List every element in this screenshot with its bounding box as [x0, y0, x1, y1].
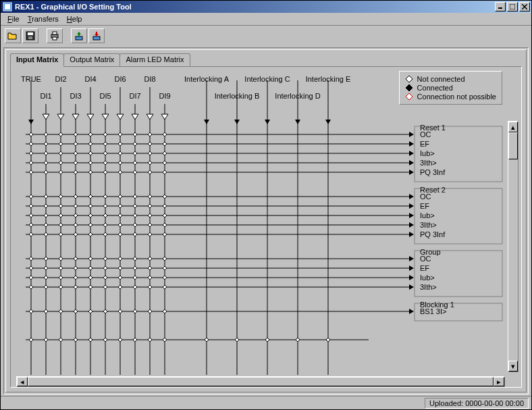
matrix-node[interactable] — [103, 151, 107, 155]
print-button[interactable] — [47, 28, 63, 43]
matrix-node[interactable] — [29, 213, 33, 217]
matrix-node[interactable] — [44, 257, 48, 261]
matrix-node[interactable] — [118, 132, 122, 136]
matrix-node[interactable] — [59, 266, 63, 270]
matrix-node[interactable] — [148, 142, 152, 146]
matrix-node[interactable] — [148, 170, 152, 174]
matrix-node[interactable] — [29, 170, 33, 174]
matrix-node[interactable] — [88, 151, 92, 155]
matrix-node[interactable] — [88, 257, 92, 261]
matrix-node[interactable] — [44, 151, 48, 155]
matrix-node[interactable] — [148, 213, 152, 217]
matrix-node[interactable] — [133, 142, 137, 146]
matrix-node[interactable] — [44, 161, 48, 165]
matrix-node[interactable] — [103, 170, 107, 174]
matrix-node[interactable] — [118, 309, 122, 313]
matrix-node[interactable] — [133, 204, 137, 208]
horizontal-scrollbar[interactable]: ◂ ▸ — [16, 376, 505, 387]
matrix-node[interactable] — [29, 285, 33, 289]
open-button[interactable] — [5, 28, 21, 43]
matrix-node[interactable] — [88, 223, 92, 227]
matrix-node[interactable] — [74, 213, 78, 217]
matrix-node[interactable] — [103, 338, 107, 342]
matrix-node[interactable] — [88, 132, 92, 136]
matrix-node[interactable] — [74, 142, 78, 146]
matrix-node[interactable] — [44, 204, 48, 208]
matrix-node[interactable] — [148, 266, 152, 270]
matrix-node[interactable] — [148, 204, 152, 208]
matrix-node[interactable] — [88, 232, 92, 236]
matrix-node[interactable] — [74, 195, 78, 199]
matrix-node[interactable] — [163, 151, 167, 155]
matrix-node[interactable] — [29, 266, 33, 270]
matrix-node[interactable] — [44, 195, 48, 199]
matrix-node[interactable] — [29, 142, 33, 146]
matrix-node[interactable] — [29, 132, 33, 136]
matrix-node[interactable] — [163, 142, 167, 146]
matrix-node[interactable] — [74, 170, 78, 174]
matrix-node[interactable] — [29, 161, 33, 165]
matrix-node[interactable] — [59, 204, 63, 208]
matrix-node[interactable] — [133, 338, 137, 342]
tab-input-matrix[interactable]: Input Matrix — [10, 53, 64, 67]
matrix-node[interactable] — [133, 266, 137, 270]
matrix-node[interactable] — [133, 161, 137, 165]
matrix-node[interactable] — [163, 232, 167, 236]
matrix-node[interactable] — [235, 338, 239, 342]
matrix-node[interactable] — [44, 132, 48, 136]
matrix-node[interactable] — [163, 257, 167, 261]
matrix-node[interactable] — [44, 266, 48, 270]
matrix-node[interactable] — [133, 232, 137, 236]
matrix-node[interactable] — [74, 285, 78, 289]
matrix-node[interactable] — [59, 151, 63, 155]
matrix-node[interactable] — [59, 257, 63, 261]
tab-output-matrix[interactable]: Output Matrix — [63, 53, 120, 67]
matrix-node[interactable] — [118, 195, 122, 199]
matrix-node[interactable] — [133, 151, 137, 155]
matrix-node[interactable] — [133, 276, 137, 280]
matrix-node[interactable] — [103, 285, 107, 289]
matrix-node[interactable] — [118, 161, 122, 165]
matrix-node[interactable] — [163, 161, 167, 165]
matrix-node[interactable] — [103, 266, 107, 270]
matrix-node[interactable] — [29, 195, 33, 199]
save-button[interactable] — [22, 28, 38, 43]
matrix-node[interactable] — [326, 338, 330, 342]
matrix-node[interactable] — [118, 338, 122, 342]
matrix-node[interactable] — [59, 132, 63, 136]
matrix-node[interactable] — [59, 195, 63, 199]
matrix-node[interactable] — [148, 223, 152, 227]
matrix-node[interactable] — [29, 232, 33, 236]
matrix-node[interactable] — [103, 142, 107, 146]
matrix-node[interactable] — [133, 195, 137, 199]
scroll-right-arrow[interactable]: ▸ — [494, 377, 504, 386]
matrix-node[interactable] — [88, 161, 92, 165]
scroll-left-arrow[interactable]: ◂ — [17, 377, 28, 386]
matrix-node[interactable] — [163, 309, 167, 313]
matrix-node[interactable] — [29, 223, 33, 227]
matrix-node[interactable] — [44, 223, 48, 227]
matrix-node[interactable] — [74, 309, 78, 313]
matrix-node[interactable] — [103, 276, 107, 280]
matrix-node[interactable] — [74, 151, 78, 155]
matrix-node[interactable] — [118, 142, 122, 146]
tab-alarm-led-matrix[interactable]: Alarm LED Matrix — [119, 53, 190, 67]
matrix-node[interactable] — [74, 132, 78, 136]
matrix-node[interactable] — [118, 170, 122, 174]
matrix-node[interactable] — [118, 223, 122, 227]
matrix-node[interactable] — [163, 170, 167, 174]
matrix-node[interactable] — [44, 338, 48, 342]
matrix-node[interactable] — [163, 195, 167, 199]
matrix-node[interactable] — [133, 309, 137, 313]
matrix-node[interactable] — [118, 285, 122, 289]
matrix-node[interactable] — [29, 309, 33, 313]
matrix-node[interactable] — [118, 266, 122, 270]
vscroll-thumb[interactable] — [508, 132, 518, 159]
matrix-node[interactable] — [118, 151, 122, 155]
matrix-node[interactable] — [296, 338, 300, 342]
matrix-node[interactable] — [74, 266, 78, 270]
matrix-node[interactable] — [148, 338, 152, 342]
matrix-node[interactable] — [88, 276, 92, 280]
matrix-node[interactable] — [205, 338, 209, 342]
matrix-node[interactable] — [118, 232, 122, 236]
